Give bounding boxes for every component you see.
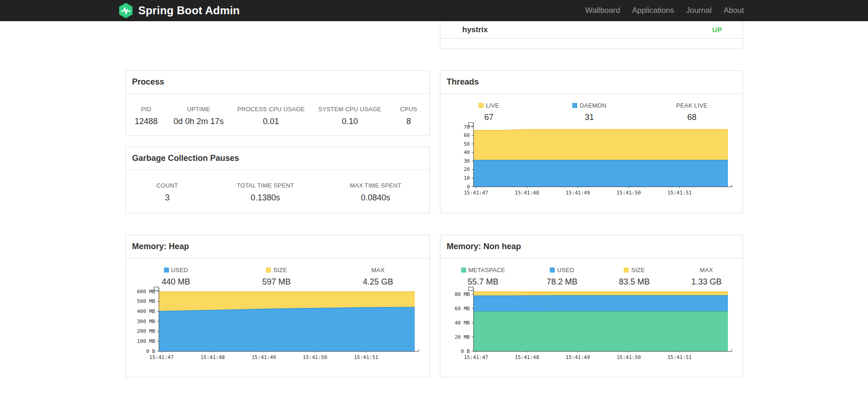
- svg-text:15:41:49: 15:41:49: [251, 354, 276, 360]
- process-panel: Process PID 12488 UPTIME 0d 0h 2m 17s PR…: [125, 70, 430, 136]
- stat-cpus: CPUS 8: [395, 106, 423, 126]
- legend-label: PEAK LIVE: [676, 102, 707, 109]
- nav-wallboard[interactable]: Wallboard: [579, 0, 626, 21]
- memory-nonheap-panel-title: Memory: Non heap: [440, 235, 743, 258]
- threads-legend: LIVE 67 DAEMON 31: [440, 94, 743, 122]
- stat-value: 3: [153, 193, 181, 203]
- legend-label: USED: [162, 267, 190, 273]
- legend-text: SIZE: [631, 267, 645, 273]
- legend-text: SIZE: [273, 267, 287, 273]
- legend-used: USED 440 MB: [162, 267, 190, 287]
- svg-text:15:41:50: 15:41:50: [616, 190, 641, 196]
- svg-text:40: 40: [463, 149, 469, 155]
- nav-applications[interactable]: Applications: [626, 0, 680, 21]
- svg-text:100 MB: 100 MB: [137, 338, 155, 344]
- threads-chart: 01020304050607015:41:4715:41:4815:41:491…: [440, 122, 743, 199]
- threads-panel-title: Threads: [440, 71, 743, 94]
- svg-text:400 MB: 400 MB: [137, 308, 155, 314]
- legend-label: USED: [547, 267, 577, 273]
- legend-swatch-daemon: [572, 103, 577, 108]
- svg-text:15:41:51: 15:41:51: [667, 190, 692, 196]
- memory-nonheap-chart-svg: 0 B20 MB40 MB60 MB80 MB15:41:4715:41:481…: [446, 287, 738, 362]
- legend-swatch-metaspace: [461, 268, 466, 273]
- spring-boot-admin-logo-icon: [118, 3, 134, 18]
- stat-label: UPTIME: [174, 106, 224, 113]
- top-navbar: Spring Boot Admin Wallboard Applications…: [0, 0, 868, 21]
- memory-heap-chart: 0 B100 MB200 MB300 MB400 MB500 MB600 MB1…: [126, 287, 429, 364]
- svg-text:15:41:47: 15:41:47: [149, 354, 174, 360]
- memory-heap-panel: Memory: Heap USED 440 MB: [125, 235, 430, 377]
- legend-live: LIVE 67: [475, 102, 502, 122]
- application-row[interactable]: hystrix UP: [440, 21, 743, 39]
- legend-label: METASPACE: [461, 267, 505, 273]
- svg-text:30: 30: [463, 158, 469, 164]
- legend-swatch-used: [550, 268, 555, 273]
- svg-text:15:41:50: 15:41:50: [303, 354, 327, 360]
- legend-swatch-size: [266, 268, 271, 273]
- svg-text:70: 70: [463, 124, 469, 130]
- threads-panel: Threads LIVE 67 DAEMON: [440, 70, 743, 213]
- application-status-panel: hystrix UP: [440, 21, 743, 49]
- status-badge: UP: [712, 26, 722, 34]
- legend-label: SIZE: [619, 267, 650, 273]
- svg-text:300 MB: 300 MB: [137, 319, 155, 325]
- svg-text:15:41:48: 15:41:48: [200, 354, 225, 360]
- stat-value: 12488: [132, 117, 160, 126]
- legend-used: USED 78.2 MB: [547, 267, 577, 287]
- stat-label: CPUS: [395, 106, 423, 113]
- legend-text: MAX: [372, 267, 385, 273]
- legend-label: MAX: [363, 267, 393, 273]
- legend-daemon: DAEMON 31: [572, 102, 606, 122]
- stat-label: MAX TIME SPENT: [350, 182, 401, 189]
- legend-text: PEAK LIVE: [676, 102, 707, 109]
- memory-heap-panel-title: Memory: Heap: [126, 235, 429, 258]
- legend-label: DAEMON: [572, 102, 606, 109]
- memory-heap-legend: USED 440 MB SIZE 597 MB: [126, 258, 429, 287]
- svg-text:60: 60: [463, 132, 469, 138]
- legend-value: 1.33 GB: [691, 277, 721, 287]
- stat-uptime: UPTIME 0d 0h 2m 17s: [174, 106, 224, 126]
- legend-value: 78.2 MB: [547, 277, 577, 287]
- svg-text:15:41:48: 15:41:48: [514, 190, 539, 196]
- navbar-links: Wallboard Applications Journal About: [579, 0, 750, 21]
- legend-value: 68: [676, 113, 707, 122]
- memory-nonheap-chart: 0 B20 MB40 MB60 MB80 MB15:41:4715:41:481…: [440, 287, 743, 364]
- nav-about[interactable]: About: [718, 0, 750, 21]
- stat-value: 0.0840s: [350, 193, 401, 203]
- process-stats: PID 12488 UPTIME 0d 0h 2m 17s PROCESS CP…: [126, 94, 429, 126]
- stat-label: COUNT: [153, 182, 181, 189]
- svg-text:20: 20: [463, 166, 469, 172]
- svg-text:0: 0: [467, 184, 470, 190]
- legend-value: 55.7 MB: [461, 277, 505, 287]
- page: Spring Boot Admin Wallboard Applications…: [0, 0, 868, 410]
- brand-title: Spring Boot Admin: [138, 4, 240, 17]
- svg-text:15:41:50: 15:41:50: [616, 354, 641, 360]
- legend-swatch-used: [164, 268, 169, 273]
- svg-text:500 MB: 500 MB: [137, 298, 155, 304]
- gc-panel-title: Garbage Collection Pauses: [126, 147, 429, 170]
- application-name-link[interactable]: hystrix: [462, 25, 488, 34]
- stat-value: 0.01: [237, 117, 305, 126]
- svg-text:15:41:49: 15:41:49: [565, 354, 590, 360]
- legend-max: MAX 1.33 GB: [691, 267, 721, 287]
- stat-label: TOTAL TIME SPENT: [237, 182, 294, 189]
- stat-process-cpu-usage: PROCESS CPU USAGE 0.01: [237, 106, 305, 126]
- legend-value: 67: [475, 113, 502, 122]
- svg-text:15:41:47: 15:41:47: [464, 354, 488, 360]
- nav-journal[interactable]: Journal: [680, 0, 718, 21]
- svg-text:60 MB: 60 MB: [454, 306, 469, 312]
- brand-link[interactable]: Spring Boot Admin: [118, 3, 240, 18]
- svg-text:15:41:49: 15:41:49: [565, 190, 590, 196]
- stat-value: 8: [395, 117, 423, 126]
- memory-heap-chart-svg: 0 B100 MB200 MB300 MB400 MB500 MB600 MB1…: [131, 287, 425, 362]
- legend-label: LIVE: [475, 102, 502, 109]
- legend-value: 440 MB: [162, 277, 190, 287]
- legend-text: LIVE: [486, 102, 499, 109]
- stat-label: PID: [132, 106, 160, 113]
- svg-text:600 MB: 600 MB: [137, 289, 155, 295]
- legend-value: 4.25 GB: [363, 277, 393, 287]
- legend-label: SIZE: [262, 267, 291, 273]
- process-panel-title: Process: [126, 71, 429, 94]
- legend-text: USED: [171, 267, 188, 273]
- legend-label: MAX: [691, 267, 721, 273]
